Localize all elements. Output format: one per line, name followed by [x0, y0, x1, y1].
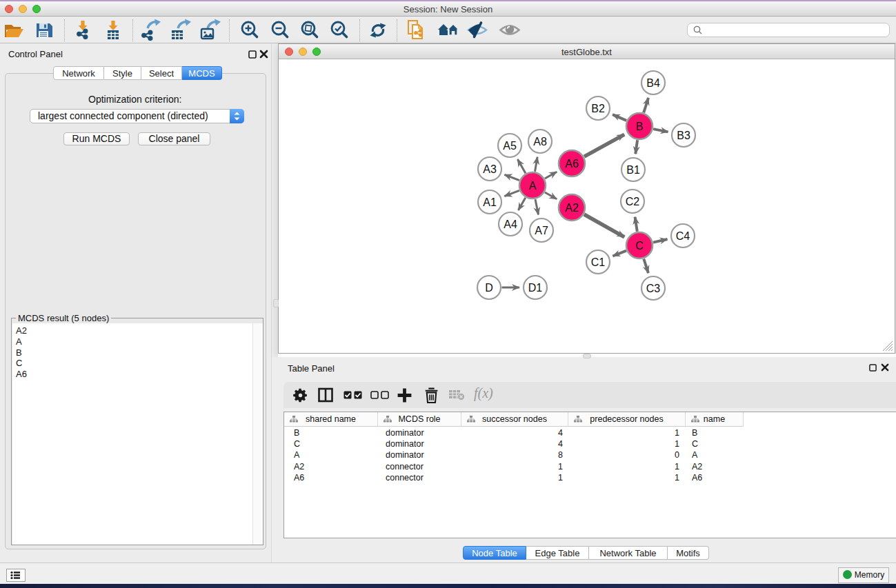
svg-text:B: B: [636, 121, 644, 132]
svg-text:C4: C4: [676, 230, 690, 242]
svg-text:C3: C3: [646, 283, 661, 294]
svg-text:A8: A8: [533, 136, 547, 148]
svg-text:A1: A1: [483, 196, 497, 208]
svg-text:C1: C1: [591, 256, 606, 268]
svg-text:A5: A5: [503, 140, 517, 152]
svg-text:A6: A6: [565, 158, 579, 170]
svg-text:D: D: [485, 282, 493, 294]
svg-text:B2: B2: [591, 103, 605, 114]
svg-text:B4: B4: [646, 77, 660, 89]
svg-text:A3: A3: [483, 163, 497, 175]
svg-text:A7: A7: [535, 225, 548, 236]
svg-text:A: A: [529, 180, 537, 192]
svg-text:A2: A2: [565, 202, 579, 214]
svg-text:A4: A4: [504, 219, 517, 230]
svg-text:C2: C2: [626, 196, 640, 207]
svg-text:B3: B3: [677, 130, 690, 141]
svg-text:C: C: [635, 240, 644, 252]
svg-text:D1: D1: [528, 282, 543, 294]
svg-text:B1: B1: [626, 164, 640, 176]
